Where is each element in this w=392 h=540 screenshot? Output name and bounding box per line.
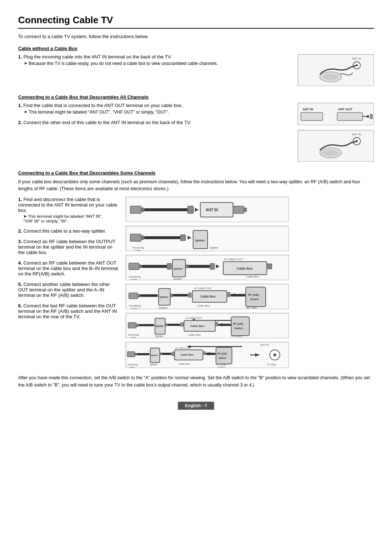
svg-text:IN  CABLE  OUT: IN CABLE OUT	[224, 258, 243, 261]
svg-text:ANT IN: ANT IN	[352, 57, 361, 60]
svg-rect-31	[244, 208, 247, 212]
svg-rect-73	[188, 292, 192, 298]
svg-text:IN  CABLE  OUT: IN CABLE OUT	[194, 287, 212, 290]
svg-text:ANT IN: ANT IN	[206, 208, 218, 212]
svg-rect-127	[162, 353, 172, 355]
svg-rect-26	[188, 206, 193, 213]
diagram-step6: Incoming cable ANT IN Splitter Splitter	[126, 342, 289, 368]
section3-step6: 6. Connect the last RF cable between the…	[18, 303, 120, 319]
svg-text:Splitter: Splitter	[159, 296, 168, 299]
svg-rect-37	[144, 236, 180, 239]
svg-rect-92	[136, 324, 138, 327]
svg-rect-11	[337, 112, 363, 120]
svg-rect-46	[129, 263, 139, 270]
svg-text:RF (A/B): RF (A/B)	[248, 293, 259, 296]
svg-text:RF (A/B): RF (A/B)	[246, 306, 257, 309]
svg-text:Cable Box: Cable Box	[180, 353, 194, 356]
svg-text:cable: cable	[130, 278, 138, 280]
svg-point-142	[273, 353, 276, 356]
svg-text:TV Rear: TV Rear	[267, 363, 277, 366]
svg-text:ANT OUT: ANT OUT	[338, 107, 352, 111]
svg-text:Incoming: Incoming	[127, 363, 138, 366]
svg-rect-136	[216, 347, 232, 364]
svg-text:Switch: Switch	[218, 366, 225, 368]
diagram-step1: ANT IN	[126, 197, 289, 222]
svg-text:Switch: Switch	[233, 338, 241, 338]
svg-rect-30	[233, 206, 244, 213]
svg-text:Splitter: Splitter	[209, 246, 219, 249]
svg-rect-14	[370, 114, 373, 119]
svg-rect-67	[140, 294, 158, 297]
svg-rect-54	[188, 265, 210, 268]
section3-intro: If your cable box descrambles only some …	[18, 179, 374, 192]
svg-text:Splitter: Splitter	[173, 267, 183, 270]
diagram-step5: Incoming cable Splitter Splitter IN CABL…	[126, 313, 289, 338]
svg-rect-103	[215, 322, 218, 326]
svg-rect-107	[231, 317, 249, 336]
svg-text:ANT IN: ANT IN	[302, 107, 313, 111]
svg-text:RF (A/B): RF (A/B)	[217, 352, 227, 355]
svg-rect-24	[141, 208, 144, 212]
diagram-step3: Incoming cable Splitter Splitter IN CABL…	[126, 255, 289, 280]
diagram-step4: Incoming cable Splitter Splitter IN CABL…	[126, 284, 289, 309]
section1: Cable without a Cable Box 1. Plug the in…	[18, 46, 374, 88]
svg-text:Cable Box: Cable Box	[188, 333, 201, 336]
diagram-step2: Incoming cable Splitter Splitter	[126, 226, 289, 251]
svg-rect-128	[172, 352, 175, 356]
section1-step1: 1. Plug the incoming cable into the ANT …	[18, 54, 287, 66]
svg-text:Switch: Switch	[234, 327, 243, 330]
svg-rect-91	[128, 323, 136, 328]
svg-text:cable: cable	[129, 366, 135, 368]
svg-text:Switch: Switch	[250, 298, 259, 301]
svg-rect-53	[185, 265, 188, 268]
svg-text:Splitter: Splitter	[150, 363, 158, 366]
svg-point-21	[323, 150, 339, 156]
svg-rect-99	[180, 322, 184, 327]
svg-rect-71	[170, 294, 173, 297]
svg-text:Splitter: Splitter	[159, 306, 168, 309]
svg-text:Cable Box: Cable Box	[237, 267, 253, 270]
svg-text:Splitter: Splitter	[155, 335, 164, 338]
svg-rect-72	[173, 294, 188, 296]
svg-point-6	[323, 74, 339, 80]
svg-text:Cable Box: Cable Box	[200, 295, 216, 298]
outro-text: After you have made this connection, set…	[18, 374, 374, 389]
section2: Connecting to a Cable Box that Descrambl…	[18, 94, 374, 164]
svg-rect-23	[130, 206, 141, 213]
intro-text: To connect to a cable TV system, follow …	[18, 34, 374, 39]
svg-text:IN  CABLE  OUT: IN CABLE OUT	[185, 317, 202, 319]
svg-rect-66	[138, 294, 140, 298]
svg-rect-35	[130, 234, 141, 241]
svg-text:Splitter: Splitter	[173, 277, 182, 280]
svg-rect-36	[141, 236, 144, 240]
section2-header: Connecting to a Cable Box that Descrambl…	[18, 94, 374, 100]
svg-text:Cable Box: Cable Box	[197, 304, 210, 307]
section1-header: Cable without a Cable Box	[18, 46, 374, 51]
svg-rect-121	[135, 353, 136, 356]
svg-rect-93	[138, 324, 154, 326]
svg-text:RF (A/B): RF (A/B)	[216, 363, 226, 366]
svg-rect-38	[180, 235, 185, 241]
diagram-ant-in-bottom: ANT IN	[298, 130, 374, 162]
svg-text:RF (A/B): RF (A/B)	[233, 323, 243, 326]
svg-rect-55	[210, 263, 215, 269]
svg-rect-10	[301, 112, 323, 120]
section3-step5: 5. Connect another cable between the oth…	[18, 282, 120, 298]
page-title: Connecting Cable TV	[18, 15, 374, 29]
svg-text:Cable Box: Cable Box	[179, 363, 191, 365]
svg-text:cable: cable	[130, 307, 138, 309]
section3: Connecting to a Cable Box that Descrambl…	[18, 170, 374, 370]
svg-text:ANT IN: ANT IN	[260, 343, 269, 347]
svg-rect-97	[165, 323, 167, 326]
svg-text:cable: cable	[134, 249, 141, 251]
svg-rect-132	[203, 351, 205, 355]
section3-step3: 3. Connect an RF cable between the OUTPU…	[18, 239, 120, 255]
svg-text:Splitter: Splitter	[195, 239, 205, 242]
section3-step1: 1. Find and disconnect the cable that is…	[18, 197, 120, 223]
svg-rect-25	[144, 208, 188, 211]
svg-rect-47	[139, 265, 142, 268]
svg-text:Splitter: Splitter	[156, 325, 164, 328]
svg-rect-77	[227, 292, 230, 297]
svg-text:Switch: Switch	[219, 357, 226, 359]
diagram-ant-in-top: ANT IN	[298, 54, 374, 86]
